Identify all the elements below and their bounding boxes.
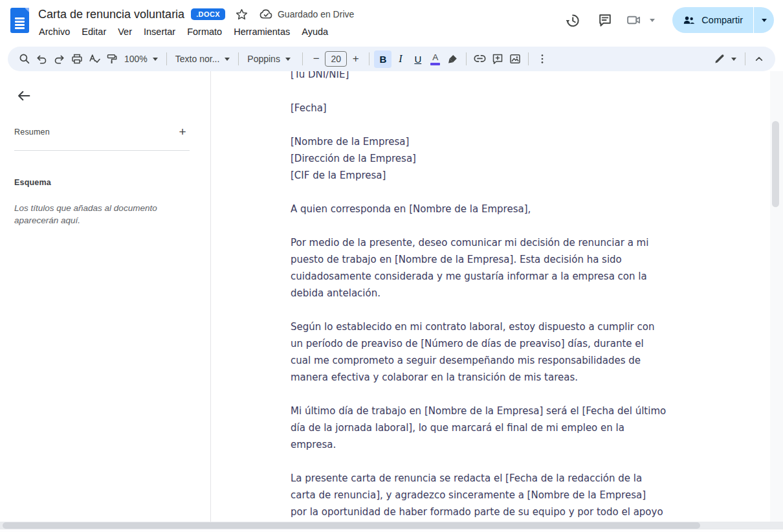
underline-button[interactable]: U [409,50,426,68]
menu-herramientas[interactable]: Herramientas [228,24,296,39]
paragraph-style-value: Texto nor... [175,54,219,64]
insert-link-button[interactable] [471,50,489,68]
redo-button[interactable] [50,50,68,68]
document-line[interactable]: un período de preaviso de [Número de día… [291,335,783,352]
printer-icon [71,52,83,65]
meet-dropdown-button[interactable] [644,7,657,33]
document-line[interactable] [291,453,783,470]
share-button[interactable]: Compartir [672,7,753,33]
menu-editar[interactable]: Editar [76,24,112,39]
document-text: [Tu DNI/NIE][Fecha][Nombre de la Empresa… [291,71,783,520]
share-dropdown-button[interactable] [753,7,774,33]
document-line[interactable]: [CIF de la Empresa] [291,167,783,184]
paint-format-button[interactable] [103,50,120,68]
document-line[interactable]: empresa. [291,436,783,453]
undo-icon [36,53,48,65]
spell-check-button[interactable] [85,50,103,68]
document-line[interactable]: Por medio de la presente, deseo comunica… [291,234,783,251]
document-line[interactable]: [Dirección de la Empresa] [291,150,783,167]
document-line[interactable]: carta de renuncia], y agradezco sinceram… [291,487,783,504]
document-line[interactable] [291,184,783,201]
document-line[interactable] [291,217,783,234]
undo-button[interactable] [33,50,50,68]
menu-archivo[interactable]: Archivo [33,24,76,39]
font-family-select[interactable]: Poppins [243,50,298,68]
google-docs-logo-icon[interactable] [10,8,29,33]
meet-video-button[interactable] [623,7,644,33]
search-icon [18,52,31,65]
horizontal-scrollbar-thumb[interactable] [3,522,700,529]
save-status[interactable]: Guardado en Drive [259,7,354,21]
editing-mode-select[interactable] [709,50,740,68]
version-history-button[interactable] [559,7,585,33]
highlight-color-button[interactable] [444,50,461,68]
document-line[interactable]: [Nombre de la Empresa] [291,133,783,150]
star-button[interactable] [233,5,251,23]
bold-button[interactable]: B [374,50,392,68]
top-bar: Carta de renuncia voluntaria .DOCX Guard… [0,0,783,41]
toolbar-separator [466,52,467,65]
document-line[interactable]: debida antelación. [291,285,783,302]
document-line[interactable]: [Fecha] [291,100,783,116]
horizontal-scrollbar-track[interactable] [0,522,783,529]
close-outline-button[interactable] [14,86,34,105]
add-comment-button[interactable] [489,50,506,68]
document-line[interactable] [291,116,783,133]
document-line[interactable]: por la oportunidad de haber formado part… [291,504,783,520]
search-menus-button[interactable] [16,50,33,68]
document-line[interactable]: cual me comprometo a seguir desempeñando… [291,352,783,369]
share-split-button: Compartir [672,7,774,33]
document-line[interactable] [291,302,783,318]
vertical-scrollbar[interactable] [772,121,779,207]
document-line[interactable]: Según lo establecido en mi contrato labo… [291,318,783,335]
zoom-select[interactable]: 100% [120,50,162,68]
back-arrow-icon [16,88,32,104]
italic-button[interactable]: I [392,50,409,68]
chevron-down-icon [650,19,655,22]
document-line[interactable]: cuidadosamente considerada y me gustaría… [291,268,783,285]
highlighter-icon [447,53,459,65]
chevron-up-icon [753,53,765,65]
add-comment-icon [491,52,504,65]
document-line[interactable]: día de la jornada laboral], lo que marca… [291,419,783,436]
add-summary-button[interactable]: + [174,124,191,140]
menu-ayuda[interactable]: Ayuda [296,24,334,39]
outline-hint: Los títulos que añadas al documento apar… [14,202,177,227]
menu-formato[interactable]: Formato [181,24,228,39]
text-color-button[interactable]: A [426,50,444,68]
toolbar: 100% Texto nor... Poppins − + B I U A [8,47,775,71]
toolbar-separator [528,52,529,65]
document-title[interactable]: Carta de renuncia voluntaria [38,8,184,21]
docx-badge: .DOCX [191,8,225,20]
menu-insertar[interactable]: Insertar [138,24,181,39]
toolbar-separator [166,52,167,65]
hide-menus-button[interactable] [750,50,767,68]
font-size-input[interactable] [325,51,347,67]
print-button[interactable] [68,50,85,68]
comment-icon [597,12,613,28]
people-icon [682,14,696,27]
summary-label: Resumen [14,127,50,137]
document-line[interactable]: manera efectiva y colaborar en la transi… [291,369,783,386]
document-line[interactable] [291,386,783,403]
increase-font-size-button[interactable]: + [347,50,364,68]
document-line[interactable] [291,83,783,100]
document-line[interactable]: Mi último día de trabajo en [Nombre de l… [291,403,783,419]
document-canvas[interactable]: [Tu DNI/NIE][Fecha][Nombre de la Empresa… [211,71,783,522]
menu-bar: ArchivoEditarVerInsertarFormatoHerramien… [33,24,354,39]
document-line[interactable]: [Tu DNI/NIE] [291,71,783,83]
spellcheck-icon [88,52,101,65]
document-line[interactable]: puesto de trabajo en [Nombre de la Empre… [291,251,783,268]
menu-ver[interactable]: Ver [112,24,138,39]
chevron-down-icon [225,58,230,61]
toolbar-separator [369,52,369,65]
insert-image-button[interactable] [506,50,524,68]
document-line[interactable]: La presente carta de renuncia se redacta… [291,470,783,487]
video-camera-icon [626,12,641,28]
chevron-down-icon [731,58,736,61]
more-options-button[interactable] [533,50,551,68]
paragraph-style-select[interactable]: Texto nor... [171,50,234,68]
comments-button[interactable] [592,7,618,33]
document-line[interactable]: A quien corresponda en [Nombre de la Emp… [291,201,783,217]
decrease-font-size-button[interactable]: − [307,50,325,68]
